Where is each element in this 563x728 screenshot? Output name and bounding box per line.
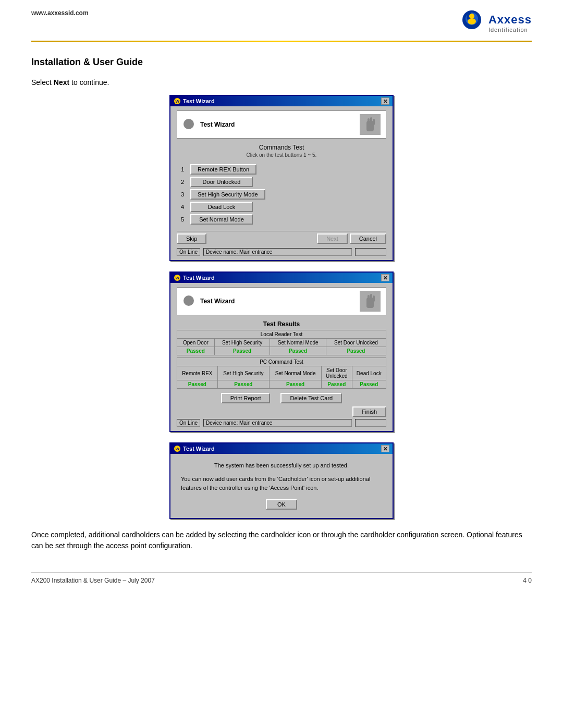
pc-command-table: PC Command Test Remote REX Set High Secu… bbox=[177, 357, 386, 389]
hand-icon-2 bbox=[362, 292, 378, 311]
pc-result-2: Passed bbox=[217, 380, 269, 389]
dialog3: W Test Wizard ✕ The system has been succ… bbox=[169, 442, 394, 519]
skip-button[interactable]: Skip bbox=[177, 233, 206, 244]
table-row: 5 Set Normal Mode bbox=[177, 213, 386, 226]
finish-btn[interactable]: Finish bbox=[352, 406, 386, 417]
pc-command-col-headers: Remote REX Set High Security Set Normal … bbox=[177, 366, 386, 380]
dialog1-status-bar: On Line Device name: Main entrance bbox=[177, 248, 386, 256]
cmd-btn-4[interactable]: Dead Lock bbox=[190, 202, 253, 212]
axxess-logo-icon bbox=[458, 9, 485, 36]
cmd-num-2: 2 bbox=[177, 176, 187, 188]
delete-test-card-btn[interactable]: Delete Test Card bbox=[280, 393, 342, 403]
svg-rect-16 bbox=[368, 295, 370, 302]
local-reader-header-row: Local Reader Test bbox=[177, 330, 386, 339]
svg-rect-11 bbox=[373, 119, 375, 125]
cmd-subtitle: Click on the test buttons 1 ~ 5. bbox=[177, 152, 386, 158]
svg-point-4 bbox=[468, 18, 476, 24]
dialog1-title: Test Wizard bbox=[183, 98, 215, 104]
logo-area: Axxess Identification bbox=[458, 9, 532, 36]
pc-col-1: Remote REX bbox=[177, 366, 218, 380]
cmd-title: Commands Test bbox=[177, 144, 386, 151]
wizard-icon: W bbox=[174, 97, 181, 105]
print-report-btn[interactable]: Print Report bbox=[221, 393, 271, 403]
next-button[interactable]: Next bbox=[317, 233, 348, 244]
url-prefix: www.axxessid. bbox=[31, 9, 76, 17]
status-device-2: Device name: Main entrance bbox=[203, 419, 352, 427]
ok-action: OK bbox=[181, 499, 382, 510]
pc-col-2: Set High Security bbox=[217, 366, 269, 380]
svg-point-3 bbox=[469, 14, 474, 19]
local-result-1: Passed bbox=[177, 347, 215, 355]
cmd-num-5: 5 bbox=[177, 213, 187, 226]
pc-col-4: Set DoorUnlocked bbox=[322, 366, 352, 380]
cmd-num-4: 4 bbox=[177, 201, 187, 213]
page-footer: AX200 Installation & User Guide – July 2… bbox=[31, 572, 532, 584]
svg-rect-17 bbox=[370, 294, 372, 301]
local-col-2: Set High Security bbox=[214, 339, 270, 347]
dialog3-close-btn[interactable]: ✕ bbox=[381, 445, 389, 452]
svg-point-14 bbox=[183, 295, 194, 306]
pc-result-5: Passed bbox=[352, 380, 386, 389]
dialog3-body: The system has been successfully set up … bbox=[170, 454, 393, 518]
local-result-2: Passed bbox=[214, 347, 270, 355]
svg-point-7 bbox=[183, 119, 194, 129]
cmd-num-3: 3 bbox=[177, 188, 187, 201]
local-col-3: Set Normal Mode bbox=[270, 339, 326, 347]
header-url: www.axxessid.com bbox=[31, 9, 89, 17]
brand-tagline: Identification bbox=[488, 27, 528, 33]
header: www.axxessid.com Axxess Identification bbox=[0, 0, 563, 36]
dialog1: W Test Wizard ✕ Test Wizard bbox=[169, 95, 394, 261]
cmd-btn-1[interactable]: Remote REX Button bbox=[190, 164, 256, 175]
table-row: 4 Dead Lock bbox=[177, 201, 386, 213]
cmd-btn-5[interactable]: Set Normal Mode bbox=[190, 214, 253, 225]
dialog3-container: W Test Wizard ✕ The system has been succ… bbox=[169, 442, 394, 519]
intro-text: Select Next to continue. bbox=[31, 78, 532, 87]
wizard-small-icon bbox=[182, 118, 195, 130]
gold-divider bbox=[31, 41, 532, 42]
dialog3-title: Test Wizard bbox=[183, 446, 215, 452]
pc-col-5: Dead Lock bbox=[352, 366, 386, 380]
intro-post: to continue. bbox=[69, 78, 109, 87]
footer-left: AX200 Installation & User Guide – July 2… bbox=[31, 577, 155, 584]
dialog2-status-bar: On Line Device name: Main entrance bbox=[177, 419, 386, 427]
results-title: Test Results bbox=[177, 320, 386, 328]
finish-action: Finish bbox=[177, 406, 386, 417]
bottom-text: Once completed, additional cardholders c… bbox=[31, 529, 532, 551]
status-device: Device name: Main entrance bbox=[203, 248, 352, 256]
dialog2-wizard-header: Test Wizard bbox=[177, 287, 386, 315]
table-row: 2 Door Unlocked bbox=[177, 176, 386, 188]
dialog2-header-label: Test Wizard bbox=[200, 298, 235, 305]
url-bold: com bbox=[76, 9, 89, 17]
svg-text:W: W bbox=[176, 276, 180, 280]
pc-col-3: Set Normal Mode bbox=[270, 366, 322, 380]
table-row: 3 Set High Security Mode bbox=[177, 188, 386, 201]
success-detail: You can now add user cards from the 'Car… bbox=[181, 475, 382, 492]
cmd-btn-2[interactable]: Door Unlocked bbox=[190, 177, 253, 187]
intro-pre: Select bbox=[31, 78, 54, 87]
ok-btn[interactable]: OK bbox=[266, 499, 297, 510]
dialog1-footer: Skip Next Cancel bbox=[177, 231, 386, 246]
dialog2-body: Test Wizard Test Results Local Reader Te… bbox=[170, 283, 393, 431]
wizard-thumb-img bbox=[360, 114, 381, 135]
cmd-btn-cell-1: Remote REX Button bbox=[187, 163, 386, 176]
pc-command-results-row: Passed Passed Passed Passed Passed bbox=[177, 380, 386, 389]
dialog1-close-btn[interactable]: ✕ bbox=[381, 97, 389, 105]
cmd-table: 1 Remote REX Button 2 Door Unlocked 3 Se… bbox=[177, 163, 386, 226]
cancel-button[interactable]: Cancel bbox=[350, 233, 386, 244]
cmd-btn-3[interactable]: Set High Security Mode bbox=[190, 189, 265, 200]
brand-name: Axxess bbox=[488, 13, 532, 27]
cmd-btn-cell-5: Set Normal Mode bbox=[187, 213, 386, 226]
footer-right: 4 0 bbox=[523, 577, 532, 584]
dialog1-titlebar: W Test Wizard ✕ bbox=[170, 96, 393, 106]
dialog2-close-btn[interactable]: ✕ bbox=[381, 274, 389, 281]
hand-icon bbox=[362, 116, 378, 134]
cmd-num-1: 1 bbox=[177, 163, 187, 176]
wizard-small-icon-2 bbox=[182, 294, 195, 307]
svg-text:W: W bbox=[176, 99, 180, 104]
svg-text:W: W bbox=[176, 447, 180, 451]
dialog1-body: Test Wizard Commands Test Click on the t… bbox=[170, 106, 393, 260]
pc-result-1: Passed bbox=[177, 380, 218, 389]
report-actions: Print Report Delete Test Card bbox=[177, 393, 386, 403]
dialog2-title: Test Wizard bbox=[183, 275, 215, 281]
local-col-4: Set Door Unlocked bbox=[326, 339, 386, 347]
